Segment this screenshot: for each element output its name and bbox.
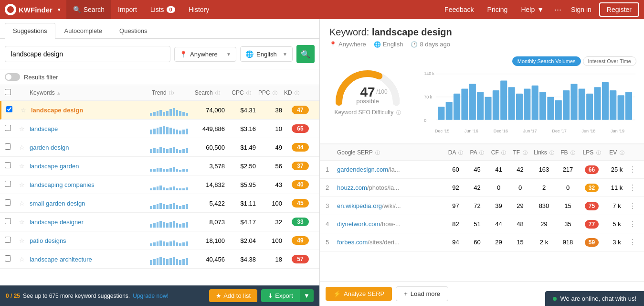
upgrade-link[interactable]: Upgrade now! (133, 293, 169, 299)
col-search[interactable]: Search ⓘ (184, 89, 220, 97)
search-info-icon[interactable]: ⓘ (215, 90, 220, 96)
da-info-icon[interactable]: ⓘ (458, 150, 463, 155)
nav-pricing[interactable]: Pricing (481, 0, 515, 19)
table-row[interactable]: ☆ garden design 60,500 $1.49 49 44 (0, 138, 319, 157)
nav-search[interactable]: 🔍 Search (66, 0, 111, 19)
table-row[interactable]: ☆ landscape 449,886 $3.16 10 65 (0, 120, 319, 138)
nav-feedback[interactable]: Feedback (438, 0, 480, 19)
keyword-name[interactable]: small garden design (30, 200, 85, 207)
row-checkbox[interactable] (5, 143, 11, 150)
serp-url[interactable]: diynetwork.com/how-... (337, 220, 445, 228)
serp-row[interactable]: 4 diynetwork.com/how-... 82 51 44 48 29 … (320, 215, 644, 233)
keyword-name[interactable]: landscape designer (30, 219, 84, 226)
serp-col-tf[interactable]: TF ⓘ (509, 149, 531, 156)
serp-url[interactable]: gardendesign.com/la... (337, 166, 445, 173)
keyword-name[interactable]: patio designs (30, 237, 66, 244)
pa-info-icon[interactable]: ⓘ (479, 150, 484, 155)
serp-col-google[interactable]: Google SERP ⓘ (337, 149, 445, 156)
fb-info-icon[interactable]: ⓘ (570, 150, 575, 155)
star-icon[interactable]: ☆ (19, 181, 25, 188)
gauge-info-icon[interactable]: ⓘ (396, 110, 401, 115)
star-icon[interactable]: ☆ (19, 125, 25, 132)
row-checkbox[interactable] (5, 162, 11, 168)
tf-info-icon[interactable]: ⓘ (523, 150, 528, 155)
row-checkbox[interactable] (5, 181, 11, 187)
lps-info-icon[interactable]: ⓘ (596, 150, 601, 155)
star-icon[interactable]: ☆ (19, 200, 25, 207)
tab-autocomplete[interactable]: Autocomplete (56, 23, 111, 38)
keyword-name[interactable]: garden design (30, 144, 69, 151)
star-icon[interactable]: ☆ (19, 256, 25, 263)
row-more-icon[interactable]: ⋮ (629, 201, 638, 210)
add-to-list-button[interactable]: ★ Add to list (209, 289, 257, 302)
table-row[interactable]: ☆ patio designs 18,100 $2.04 100 49 (0, 231, 319, 250)
col-kd[interactable]: KD ⓘ (277, 89, 306, 97)
table-row[interactable]: ☆ small garden design 5,422 $1.11 100 45 (0, 194, 319, 213)
kd-info-icon[interactable]: ⓘ (295, 90, 299, 96)
row-more-icon[interactable]: ⋮ (629, 238, 638, 247)
language-dropdown[interactable]: 🌐 English ▼ (240, 46, 293, 62)
tab-suggestions[interactable]: Suggestions (5, 23, 55, 39)
signin-link[interactable]: Sign in (565, 6, 597, 13)
serp-col-da[interactable]: DA ⓘ (445, 149, 466, 156)
location-dropdown[interactable]: 📍 Anywhere ▼ (174, 47, 236, 62)
serp-url[interactable]: houzz.com/photos/la... (337, 184, 445, 191)
row-checkbox[interactable] (5, 218, 11, 224)
ev-info-icon[interactable]: ⓘ (620, 150, 624, 155)
brand-logo[interactable]: KWFinder ▼ (5, 4, 62, 15)
export-dropdown-button[interactable]: ▼ (300, 289, 314, 302)
trend-info-icon[interactable]: ⓘ (169, 90, 174, 96)
serp-col-lps[interactable]: LPS ⓘ (579, 149, 605, 156)
tab-questions[interactable]: Questions (111, 23, 156, 38)
keyword-name[interactable]: landscape architecture (30, 256, 92, 263)
analyze-serp-button[interactable]: ⚡ Analyze SERP (326, 287, 392, 301)
filter-toggle[interactable] (5, 73, 20, 81)
serp-col-pa[interactable]: PA ⓘ (466, 149, 488, 156)
star-icon[interactable]: ☆ (19, 163, 25, 170)
keyword-name[interactable]: landscape (30, 125, 58, 132)
row-checkbox[interactable] (5, 237, 11, 243)
col-ppc[interactable]: PPC ⓘ (251, 89, 277, 97)
row-more-icon[interactable]: ⋮ (629, 183, 638, 192)
cf-info-icon[interactable]: ⓘ (501, 150, 506, 155)
table-row[interactable]: ☆ landscape designer 8,073 $4.17 32 33 (0, 213, 319, 231)
search-input[interactable] (5, 46, 170, 62)
col-cpc[interactable]: CPC ⓘ (220, 89, 251, 97)
register-button[interactable]: Register (599, 2, 639, 17)
table-row[interactable]: ☆ landscape design 74,000 $4.31 38 47 (0, 101, 319, 120)
row-more-icon[interactable]: ⋮ (629, 165, 638, 174)
serp-url[interactable]: forbes.com/sites/deri... (337, 239, 445, 246)
nav-help[interactable]: Help ▼ (514, 0, 550, 19)
nav-import[interactable]: Import (111, 0, 144, 19)
star-icon[interactable]: ☆ (21, 107, 26, 114)
tab-interest-over-time[interactable]: Interest Over Time (583, 56, 636, 66)
col-trend[interactable]: Trend ⓘ (141, 89, 184, 97)
serp-google-info-icon[interactable]: ⓘ (375, 150, 380, 155)
cpc-info-icon[interactable]: ⓘ (246, 90, 251, 96)
serp-row[interactable]: 3 en.wikipedia.org/wiki/... 97 72 39 29 … (320, 197, 644, 215)
ppc-info-icon[interactable]: ⓘ (273, 90, 277, 96)
export-button[interactable]: ⬇ Export (261, 289, 300, 302)
serp-url[interactable]: en.wikipedia.org/wiki/... (337, 202, 445, 209)
row-checkbox[interactable] (5, 199, 11, 206)
serp-col-ev[interactable]: EV ⓘ (605, 149, 629, 156)
load-more-button[interactable]: + Load more (396, 286, 448, 301)
nav-lists[interactable]: Lists 0 (144, 0, 182, 19)
col-keywords[interactable]: Keywords ▲ (30, 89, 141, 96)
star-icon[interactable]: ☆ (19, 219, 25, 226)
row-checkbox[interactable] (5, 125, 11, 131)
select-all-checkbox[interactable] (5, 89, 11, 95)
tab-monthly-search[interactable]: Monthly Search Volumes (512, 56, 581, 66)
table-row[interactable]: ☆ landscaping companies 14,832 $5.95 43 … (0, 175, 319, 194)
nav-more-icon[interactable]: ··· (550, 5, 565, 15)
serp-col-links[interactable]: Links ⓘ (531, 149, 557, 156)
serp-col-fb[interactable]: FB ⓘ (557, 149, 579, 156)
serp-row[interactable]: 2 houzz.com/photos/la... 92 42 0 0 2 0 3… (320, 179, 644, 197)
row-checkbox[interactable] (5, 255, 11, 262)
row-checkbox[interactable] (6, 106, 12, 112)
serp-row[interactable]: 5 forbes.com/sites/deri... 94 60 29 15 2… (320, 233, 644, 251)
row-more-icon[interactable]: ⋮ (629, 219, 638, 229)
keyword-name[interactable]: landscape garden (30, 163, 79, 170)
serp-col-cf[interactable]: CF ⓘ (488, 149, 509, 156)
keyword-name[interactable]: landscape design (31, 107, 83, 114)
